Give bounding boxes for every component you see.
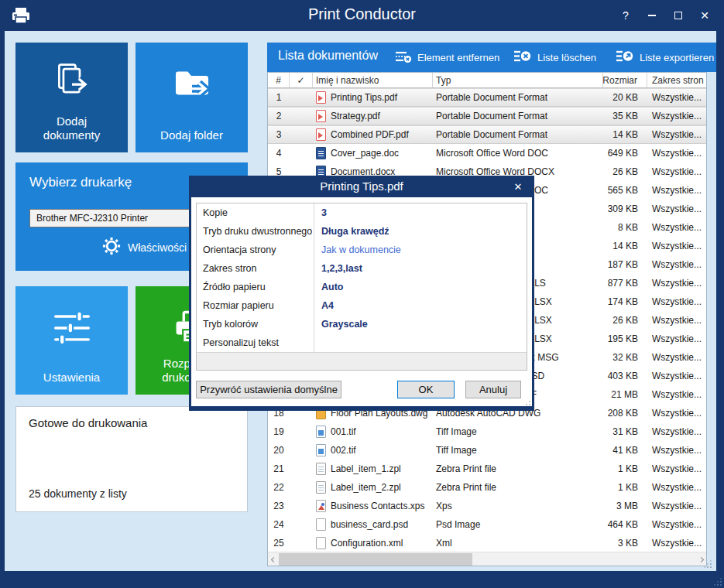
row-checkbox[interactable] [290, 460, 313, 478]
restore-defaults-button[interactable]: Przywróć ustawienia domyślne [196, 381, 341, 398]
clear-list-button[interactable]: Liste löschen [513, 43, 596, 72]
page-range[interactable]: Wszystkie... [647, 162, 707, 181]
ok-button[interactable]: OK [397, 381, 455, 398]
horizontal-scrollbar[interactable] [268, 552, 706, 566]
setting-value[interactable]: Długa krawędź [314, 226, 389, 237]
setting-value[interactable]: 3 [314, 207, 327, 218]
row-checkbox[interactable] [290, 126, 313, 143]
column-header-type[interactable]: Typ [433, 73, 603, 87]
dialog-close-button[interactable]: ✕ [510, 176, 527, 197]
settings-button[interactable]: Ustawienia [15, 286, 128, 395]
page-range[interactable]: Wszystkie... [647, 460, 707, 478]
page-range[interactable]: Wszystkie... [647, 330, 707, 348]
page-range[interactable]: Wszystkie... [647, 181, 707, 200]
setting-row[interactable]: Rozmiar papieru A4 [197, 296, 527, 315]
page-range[interactable]: Wszystkie... [647, 515, 707, 534]
setting-row[interactable]: Tryb druku dwustronnego Długa krawędź [197, 222, 527, 241]
table-row[interactable]: 19 001.tif Tiff Image 31 KB Wszystkie... [268, 422, 706, 441]
table-row[interactable]: 23 Business Contacts.xps Xps 3 MB Wszyst… [268, 497, 706, 515]
add-folder-button[interactable]: Dodaj folder [136, 43, 248, 152]
printer-properties-button[interactable]: Właściwości [102, 237, 187, 258]
page-range[interactable]: Wszystkie... [647, 348, 707, 367]
column-header-num[interactable]: # [268, 73, 290, 87]
file-name: Label_item_2.zpl [331, 482, 401, 493]
table-row[interactable]: 22 Label_item_2.zpl Zebra Print file 1 K… [268, 478, 706, 497]
help-button[interactable]: ? [612, 0, 639, 31]
setting-value[interactable]: 1,2,3,last [314, 263, 362, 274]
setting-value[interactable]: Jak w dokumencie [314, 244, 401, 255]
table-row[interactable]: 25 Configuration.xml Xml 3 KB Wszystkie.… [268, 534, 706, 552]
page-range[interactable]: Wszystkie... [647, 534, 707, 552]
cancel-button[interactable]: Anuluj [465, 381, 521, 398]
file-icon-tiff [316, 426, 326, 438]
setting-value[interactable]: Grayscale [314, 319, 368, 330]
page-range[interactable]: Wszystkie... [647, 478, 707, 497]
page-range[interactable]: Wszystkie... [647, 274, 707, 292]
page-range[interactable]: Wszystkie... [647, 385, 707, 404]
page-range[interactable]: Wszystkie... [647, 218, 707, 237]
window-resize-grip[interactable] [714, 578, 722, 586]
add-documents-button[interactable]: Dodaj dokumenty [15, 43, 128, 152]
remove-item-button[interactable]: Element entfernen [395, 43, 499, 72]
page-range[interactable]: Wszystkie... [647, 200, 707, 218]
page-range[interactable]: Wszystkie... [647, 237, 707, 255]
setting-label: Kopie [197, 203, 314, 222]
page-range[interactable]: Wszystkie... [647, 422, 707, 441]
setting-row[interactable]: Personalizuj tekst [197, 333, 527, 352]
dialog-resize-grip[interactable] [523, 398, 530, 405]
page-range[interactable]: Wszystkie... [647, 497, 707, 515]
maximize-button[interactable] [665, 0, 691, 31]
setting-row[interactable]: Źródło papieru Auto [197, 278, 527, 296]
page-range[interactable]: Wszystkie... [647, 404, 707, 422]
file-type: Tiff Image [433, 422, 603, 441]
setting-row[interactable]: Tryb kolorów Grayscale [197, 315, 527, 333]
table-row[interactable]: 21 Label_item_1.zpl Zebra Print file 1 K… [268, 460, 706, 478]
table-row[interactable]: 24 business_card.psd Psd Image 464 KB Ws… [268, 515, 706, 534]
page-range[interactable]: Wszystkie... [647, 367, 707, 385]
column-header-size[interactable]: Rozmiar [603, 73, 647, 87]
page-range[interactable]: Wszystkie... [647, 311, 707, 330]
scrollbar-thumb[interactable] [279, 553, 472, 566]
file-size: 565 KB [603, 181, 647, 200]
file-name: 001.tif [331, 426, 356, 437]
row-checkbox[interactable] [290, 478, 313, 497]
resize-grip[interactable] [704, 560, 712, 568]
setting-row[interactable]: Orientacja strony Jak w dokumencie [197, 241, 527, 259]
page-range[interactable]: Wszystkie... [647, 255, 707, 274]
file-type: Xps [433, 497, 603, 515]
table-row[interactable]: 1 Printing Tips.pdf Portable Document Fo… [268, 88, 706, 107]
setting-value[interactable]: Auto [314, 282, 343, 292]
page-range[interactable]: Wszystkie... [647, 108, 707, 125]
file-size: 14 KB [603, 126, 647, 143]
setting-row[interactable]: Kopie 3 [197, 203, 527, 222]
page-range[interactable]: Wszystkie... [647, 292, 707, 311]
close-button[interactable]: ✕ [691, 0, 718, 31]
file-icon-zpl [316, 463, 326, 475]
table-row[interactable]: 4 Cover_page.doc Microsoft Office Word D… [268, 144, 706, 162]
row-checkbox[interactable] [290, 497, 313, 515]
table-row[interactable]: 20 002.tif Tiff Image 41 KB Wszystkie... [268, 441, 706, 460]
row-checkbox[interactable] [290, 108, 313, 125]
column-header-range[interactable]: Zakres stron [647, 73, 707, 87]
table-row[interactable]: 2 Strategy.pdf Portable Document Format … [268, 107, 706, 125]
row-checkbox[interactable] [290, 144, 313, 162]
column-header-check[interactable]: ✓ [290, 73, 313, 87]
row-checkbox[interactable] [290, 515, 313, 534]
row-checkbox[interactable] [290, 534, 313, 552]
setting-row[interactable]: Zakres stron 1,2,3,last [197, 259, 527, 278]
setting-value[interactable]: A4 [314, 300, 334, 311]
row-checkbox[interactable] [290, 422, 313, 441]
row-number: 19 [268, 422, 290, 441]
page-range[interactable]: Wszystkie... [647, 144, 707, 162]
row-checkbox[interactable] [290, 441, 313, 460]
minimize-button[interactable] [639, 0, 665, 31]
page-range[interactable]: Wszystkie... [647, 441, 707, 460]
page-range[interactable]: Wszystkie... [647, 126, 707, 143]
page-range[interactable]: Wszystkie... [647, 89, 707, 106]
column-header-name[interactable]: Imię i nazwisko [313, 73, 433, 87]
chevron-left-icon [270, 556, 276, 562]
table-row[interactable]: 3 Combined PDF.pdf Portable Document For… [268, 125, 706, 144]
export-list-button[interactable]: Liste exportieren [616, 43, 714, 72]
row-checkbox[interactable] [290, 89, 313, 106]
scroll-left-arrow[interactable] [268, 552, 279, 566]
